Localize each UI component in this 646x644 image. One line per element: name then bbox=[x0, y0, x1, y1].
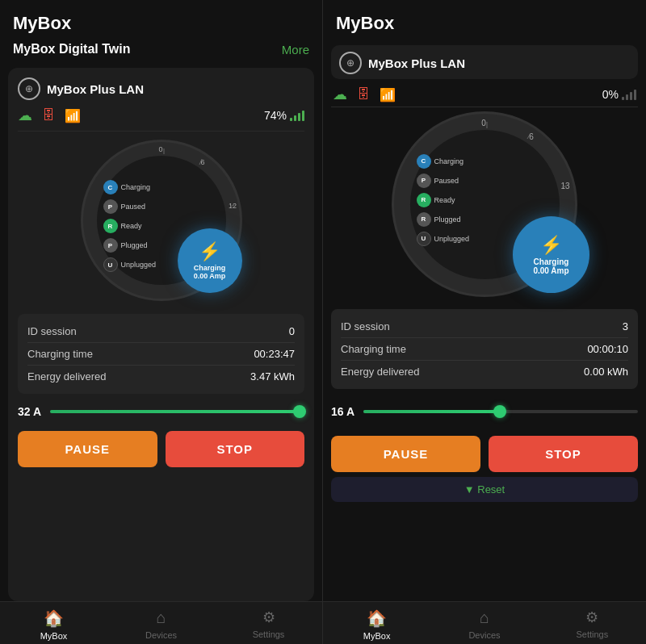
right-panel-content: ☁ 🗄 📶 0% 0 bbox=[323, 82, 646, 502]
gauge-num-0: 0 bbox=[158, 145, 162, 153]
right-stop-button[interactable]: STOP bbox=[489, 436, 638, 472]
left-cloud-icon: ☁ bbox=[18, 107, 32, 124]
left-id-value: 0 bbox=[289, 325, 295, 337]
right-percent: 0% bbox=[602, 88, 636, 101]
right-slider-thumb[interactable] bbox=[493, 405, 506, 418]
right-panel: MyBox ⊕ MyBox Plus LAN ☁ 🗄 📶 0% bbox=[323, 0, 646, 644]
left-dot-p2: P bbox=[103, 238, 118, 253]
right-signal-bar-2 bbox=[626, 94, 628, 100]
left-section-title: MyBox Digital Twin bbox=[13, 42, 130, 56]
right-action-buttons: PAUSE STOP bbox=[331, 436, 638, 472]
left-wifi-icon: 📶 bbox=[65, 108, 81, 123]
left-home-icon: 🏠 bbox=[44, 608, 64, 628]
right-time-label: Charging time bbox=[341, 343, 406, 355]
left-card-header: ⊕ MyBox Plus LAN bbox=[18, 77, 304, 100]
right-id-row: ID session 3 bbox=[341, 316, 628, 338]
right-signal-bar-4 bbox=[634, 90, 636, 100]
right-dot-r: R bbox=[417, 193, 431, 207]
left-nav-devices-label: Devices bbox=[145, 630, 177, 640]
left-gauge: 0 6 12 bbox=[81, 140, 242, 301]
right-nav-devices-label: Devices bbox=[468, 630, 500, 640]
right-charging-icon: ⚡ bbox=[540, 235, 562, 256]
left-charging-icon: ⚡ bbox=[199, 241, 220, 262]
left-section-header: MyBox Digital Twin More bbox=[13, 42, 309, 56]
right-nav-devices[interactable]: ⌂ Devices bbox=[430, 608, 538, 641]
right-cloud-icon: ☁ bbox=[333, 86, 347, 103]
right-slider-container: 16 A bbox=[331, 405, 638, 418]
left-status-unplugged: U Unplugged bbox=[103, 257, 157, 272]
left-id-label: ID session bbox=[27, 325, 77, 337]
left-slider-fill bbox=[50, 410, 304, 413]
left-energy-row: Energy delivered 3.47 kWh bbox=[27, 366, 295, 387]
left-nav-devices[interactable]: ⌂ Devices bbox=[107, 608, 215, 641]
right-status-unplugged: U Unplugged bbox=[417, 232, 470, 246]
right-status-charging: C Charging bbox=[417, 154, 470, 169]
right-nav-mybox[interactable]: 🏠 MyBox bbox=[323, 608, 430, 641]
right-status-plugged: R Plugged bbox=[417, 212, 470, 227]
left-more-link[interactable]: More bbox=[282, 43, 309, 56]
right-label-charging: Charging bbox=[434, 157, 464, 165]
left-id-row: ID session 0 bbox=[27, 320, 295, 343]
left-energy-value: 3.47 kWh bbox=[250, 370, 295, 383]
right-slider-track[interactable] bbox=[363, 410, 638, 413]
left-connectivity-icon: ⊕ bbox=[18, 77, 40, 100]
left-charging-label: Charging bbox=[194, 264, 226, 272]
left-slider-label: 32 A bbox=[18, 405, 42, 418]
right-card-header-row: ⊕ MyBox Plus LAN bbox=[331, 45, 638, 79]
right-label-unplugged: Unplugged bbox=[434, 235, 470, 243]
right-charging-button[interactable]: ⚡ Charging 0.00 Amp bbox=[513, 216, 589, 293]
right-scroll-text: ▼ Reset bbox=[464, 483, 505, 496]
right-dot-u: U bbox=[417, 232, 431, 246]
signal-bar-2 bbox=[294, 115, 296, 121]
left-db-icon: 🗄 bbox=[42, 108, 55, 123]
right-dot-c: C bbox=[417, 154, 431, 169]
left-dot-r: R bbox=[103, 219, 118, 233]
right-info-table: ID session 3 Charging time 00:00:10 Ener… bbox=[331, 309, 638, 389]
right-nav-settings[interactable]: ⚙ Settings bbox=[539, 608, 646, 641]
right-connectivity-icon: ⊕ bbox=[339, 52, 362, 74]
right-time-value: 00:00:10 bbox=[587, 343, 628, 355]
left-label-ready: Ready bbox=[121, 222, 142, 230]
right-charging-amp: 0.00 Amp bbox=[533, 266, 568, 275]
right-pause-button[interactable]: PAUSE bbox=[331, 436, 480, 472]
left-charging-amp: 0.00 Amp bbox=[194, 272, 226, 280]
right-nav-settings-label: Settings bbox=[576, 629, 608, 639]
svg-text:0: 0 bbox=[481, 119, 486, 128]
right-dot-p1: P bbox=[417, 174, 431, 188]
right-id-label: ID session bbox=[341, 320, 390, 332]
left-panel: MyBox MyBox Digital Twin More ⊕ MyBox Pl… bbox=[0, 0, 323, 644]
left-label-plugged: Plugged bbox=[121, 241, 148, 249]
left-label-charging: Charging bbox=[121, 183, 151, 191]
left-charging-button[interactable]: ⚡ Charging 0.00 Amp bbox=[178, 228, 242, 293]
right-status-ready: R Ready bbox=[417, 193, 470, 207]
left-label-paused: Paused bbox=[121, 203, 146, 211]
left-header: MyBox MyBox Digital Twin More bbox=[0, 0, 322, 68]
left-slider-track[interactable] bbox=[50, 410, 304, 413]
right-signal-bar-3 bbox=[630, 92, 632, 100]
right-signal-bar-1 bbox=[622, 97, 624, 100]
right-charging-label: Charging bbox=[534, 257, 569, 266]
left-app-title: MyBox bbox=[13, 13, 309, 34]
left-dot-c: C bbox=[103, 180, 118, 194]
right-status-indicators: C Charging P Paused R Ready bbox=[417, 154, 470, 246]
left-slider-thumb[interactable] bbox=[293, 405, 306, 418]
left-label-unplugged: Unplugged bbox=[121, 261, 157, 269]
right-device-name: MyBox Plus LAN bbox=[368, 56, 465, 70]
left-bottom-nav: 🏠 MyBox ⌂ Devices ⚙ Settings bbox=[0, 601, 322, 644]
left-percent: 74% bbox=[264, 109, 304, 122]
left-stop-button[interactable]: STOP bbox=[166, 431, 305, 467]
right-signal-bars bbox=[622, 89, 636, 100]
left-pause-button[interactable]: PAUSE bbox=[18, 431, 157, 467]
left-nav-mybox[interactable]: 🏠 MyBox bbox=[0, 608, 107, 641]
left-devices-icon: ⌂ bbox=[156, 608, 166, 627]
right-label-ready: Ready bbox=[434, 196, 455, 204]
right-gauge: 0 6 13 bbox=[388, 115, 581, 293]
left-gear-icon: ⚙ bbox=[262, 608, 275, 626]
right-slider-label: 16 A bbox=[331, 405, 355, 418]
left-status-indicators: C Charging P Paused R Ready P bbox=[103, 180, 157, 272]
right-db-icon: 🗄 bbox=[357, 87, 370, 102]
left-nav-settings[interactable]: ⚙ Settings bbox=[215, 608, 322, 641]
left-time-label: Charging time bbox=[27, 348, 93, 360]
left-slider-container: 32 A bbox=[18, 405, 304, 418]
right-label-paused: Paused bbox=[434, 177, 459, 185]
